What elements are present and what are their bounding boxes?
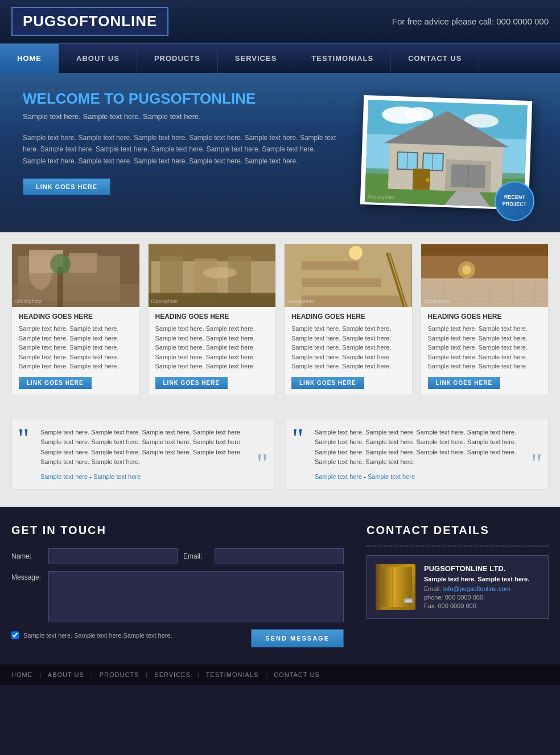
- footer-sep-3: |: [146, 671, 147, 678]
- svg-rect-21: [69, 253, 97, 273]
- svg-point-55: [462, 265, 471, 274]
- contact-desc: Sample text here. Sample text here.: [424, 576, 540, 582]
- service-svg-3: [285, 244, 412, 307]
- svg-rect-35: [302, 287, 393, 296]
- contact-company: PUGSOFTONLINE LTD.: [424, 564, 540, 573]
- testimonial-text-1: Sample text here. Sample text here. Samp…: [40, 428, 265, 467]
- badge-line2: PROJECT: [502, 201, 526, 208]
- svg-point-25: [50, 254, 71, 274]
- service-card-3: iStockphoto HEADING GOES HERE Sample tex…: [284, 244, 413, 395]
- nav-home[interactable]: HOME: [0, 44, 59, 73]
- email-input[interactable]: [215, 548, 344, 564]
- name-input[interactable]: [48, 548, 178, 564]
- service-svg-4: [421, 244, 549, 307]
- service-text-3: Sample text here. Sample text here. Samp…: [291, 324, 405, 371]
- service-heading-2: HEADING GOES HERE: [155, 313, 269, 321]
- hero-link-button[interactable]: LINK GOES HERE: [23, 178, 110, 195]
- quote-open-1: ": [18, 424, 29, 453]
- service-svg-2: [149, 244, 276, 307]
- nav-contact[interactable]: CONTACT US: [391, 44, 479, 73]
- svg-rect-39: [302, 253, 347, 261]
- svg-rect-36: [302, 278, 381, 287]
- service-img-3: iStockphoto: [285, 244, 412, 307]
- testimonial-author-2: Sample text here - Sample text here: [315, 473, 539, 480]
- service-link-4[interactable]: LINK GOES HERE: [428, 377, 501, 389]
- svg-point-23: [29, 256, 52, 290]
- fax-number: 000 0000 000: [438, 602, 476, 609]
- form-bottom-row: Sample text here. Sample text here.Sampl…: [11, 629, 344, 647]
- footer-services[interactable]: SERVICES: [154, 671, 190, 678]
- contact-fax: Fax: 000 0000 000: [424, 602, 540, 609]
- services-wrapper: iStockphoto HEADING GOES HERE Sample tex…: [0, 232, 560, 407]
- nav-products[interactable]: PRODUCTS: [137, 44, 218, 73]
- nav-about[interactable]: ABOUT US: [59, 44, 137, 73]
- service-text-4: Sample text here. Sample text here. Samp…: [428, 324, 542, 371]
- header: PUGSOFTONLINE For free advice please cal…: [0, 0, 560, 44]
- footer-home[interactable]: HOME: [11, 671, 32, 678]
- hero-subtitle: Sample text here. Sample text here. Samp…: [23, 112, 338, 121]
- hero-title-prefix: WELCOME TO: [23, 90, 129, 107]
- service-svg-1: [12, 244, 139, 307]
- checkbox-row: Sample text here. Sample text here.Sampl…: [11, 631, 172, 639]
- footer-contact[interactable]: CONTACT US: [274, 671, 320, 678]
- svg-rect-60: [405, 600, 411, 602]
- hero-title-brand: PUGSOFTONLINE: [129, 90, 256, 107]
- author-bold-2: Sample text here: [315, 473, 362, 480]
- service-card-body-2: HEADING GOES HERE Sample text here. Samp…: [149, 307, 276, 395]
- get-in-touch: GET IN TOUCH Name: Email: Message: Sampl…: [11, 524, 344, 647]
- service-img-1: iStockphoto: [12, 244, 139, 307]
- quote-close-1: ": [257, 449, 268, 478]
- service-link-3[interactable]: LINK GOES HERE: [291, 377, 364, 389]
- service-card-body-4: HEADING GOES HERE Sample text here. Samp…: [421, 307, 549, 395]
- footer-about[interactable]: ABOUT US: [48, 671, 84, 678]
- service-card-body-1: HEADING GOES HERE Sample text here. Samp…: [12, 307, 139, 395]
- quote-close-2: ": [531, 449, 542, 478]
- author-link-1[interactable]: Sample text here: [93, 473, 141, 480]
- svg-rect-52: [421, 256, 549, 278]
- message-textarea[interactable]: [48, 571, 344, 622]
- name-label: Name:: [11, 552, 43, 560]
- testimonials-section: " Sample text here. Sample text here. Sa…: [0, 407, 560, 507]
- contact-email-link[interactable]: info@pugsoftonline.com: [443, 585, 510, 592]
- recent-badge: RECENT PROJECT: [494, 180, 535, 221]
- footer-products[interactable]: PRODUCTS: [100, 671, 139, 678]
- service-img-4: iStockphoto: [421, 244, 549, 307]
- footer-testimonials[interactable]: TESTIMONIALS: [206, 671, 259, 678]
- hero-title: WELCOME TO PUGSOFTONLINE: [23, 90, 338, 108]
- testimonial-1: " Sample text here. Sample text here. Sa…: [11, 418, 274, 490]
- svg-rect-34: [302, 296, 404, 307]
- get-in-touch-title: GET IN TOUCH: [11, 524, 344, 537]
- services-grid: iStockphoto HEADING GOES HERE Sample tex…: [0, 232, 560, 407]
- author-link-2[interactable]: Sample text here: [368, 473, 415, 480]
- service-card-2: iStockphoto HEADING GOES HERE Sample tex…: [148, 244, 277, 395]
- service-card-1: iStockphoto HEADING GOES HERE Sample tex…: [11, 244, 140, 395]
- phone-label: phone:: [424, 594, 443, 601]
- book-svg: [376, 564, 415, 610]
- svg-point-42: [349, 246, 363, 260]
- svg-rect-37: [302, 270, 370, 278]
- hero-body: Sample text here. Sample text here. Samp…: [23, 132, 338, 167]
- service-link-1[interactable]: LINK GOES HERE: [19, 377, 92, 389]
- stock-watermark: iStockphoto: [368, 194, 394, 200]
- testimonial-text-2: Sample text here. Sample text here. Samp…: [315, 428, 539, 467]
- book-icon: [376, 564, 415, 610]
- footer-sep-2: |: [91, 671, 93, 678]
- service-card-4: iStockphoto HEADING GOES HERE Sample tex…: [421, 244, 549, 395]
- service-text-2: Sample text here. Sample text here. Samp…: [155, 324, 269, 371]
- send-button[interactable]: SEND MESSAGE: [251, 629, 344, 647]
- contact-details-border: [367, 545, 549, 547]
- contact-details-title: CONTACT DETAILS: [367, 524, 549, 537]
- stock-watermark-4: iStockphoto: [424, 298, 451, 304]
- nav-services[interactable]: SERVICES: [218, 44, 295, 73]
- nav-testimonials[interactable]: TESTIMONIALS: [294, 44, 391, 73]
- email-label: Email:: [183, 552, 209, 560]
- agreement-checkbox[interactable]: [11, 631, 19, 639]
- form-name-row: Name: Email:: [11, 548, 344, 564]
- footer: HOME | ABOUT US | PRODUCTS | SERVICES | …: [0, 664, 560, 685]
- logo-box: PUGSOFTONLINE: [11, 7, 168, 36]
- service-img-2: iStockphoto: [149, 244, 276, 307]
- service-link-2[interactable]: LINK GOES HERE: [155, 377, 228, 389]
- footer-sep-5: |: [265, 671, 267, 678]
- contact-email-row: Email: info@pugsoftonline.com: [424, 585, 540, 592]
- testimonial-author-1: Sample text here - Sample text here: [40, 473, 265, 480]
